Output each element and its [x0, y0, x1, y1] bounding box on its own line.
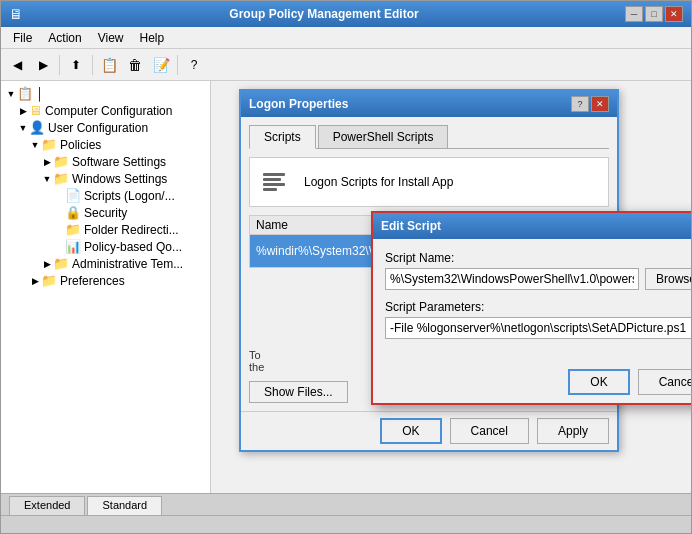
windows-settings-arrow: ▼ — [41, 174, 53, 184]
up-button[interactable]: ⬆ — [64, 53, 88, 77]
menu-help[interactable]: Help — [132, 30, 173, 46]
preferences-icon: 📁 — [41, 273, 57, 288]
sidebar-item-preferences[interactable]: ▶ 📁 Preferences — [1, 272, 210, 289]
edit-cancel-button[interactable]: Cancel — [638, 369, 691, 395]
toolbar-separator-3 — [177, 55, 178, 75]
maximize-button[interactable]: □ — [645, 6, 663, 22]
policy-qos-arrow: ▶ — [53, 242, 65, 252]
tab-powershell-scripts[interactable]: PowerShell Scripts — [318, 125, 449, 148]
edit-script-dialog: Edit Script ✕ Script Name: Browse... — [371, 211, 691, 405]
minimize-button[interactable]: ─ — [625, 6, 643, 22]
sidebar-item-scripts[interactable]: ▶ 📄 Scripts (Logon/... — [1, 187, 210, 204]
script-params-group: Script Parameters: — [385, 300, 691, 339]
logon-ok-button[interactable]: OK — [380, 418, 441, 444]
bottom-text-line1: To — [249, 349, 261, 361]
sidebar-item-label: Folder Redirecti... — [84, 223, 179, 237]
back-button[interactable]: ◀ — [5, 53, 29, 77]
security-arrow: ▶ — [53, 208, 65, 218]
sidebar-item-label: Software Settings — [72, 155, 166, 169]
logon-dialog-title: Logon Properties — [249, 97, 348, 111]
sidebar-item-policy-qos[interactable]: ▶ 📊 Policy-based Qo... — [1, 238, 210, 255]
help-button[interactable]: ? — [182, 53, 206, 77]
main-title: Group Policy Management Editor — [23, 7, 625, 21]
script-description: Logon Scripts for Install App — [304, 175, 453, 189]
icon-line-1 — [263, 173, 285, 176]
icon-line-2 — [263, 178, 281, 181]
browse-button[interactable]: Browse... — [645, 268, 691, 290]
sidebar-item-label: User Configuration — [48, 121, 148, 135]
menu-action[interactable]: Action — [40, 30, 89, 46]
scripts-arrow: ▶ — [53, 191, 65, 201]
main-window: 🖥 Group Policy Management Editor ─ □ ✕ F… — [0, 0, 692, 534]
sidebar-item-policies[interactable]: ▼ 📁 Policies — [1, 136, 210, 153]
logon-cancel-button[interactable]: Cancel — [450, 418, 529, 444]
toolbar-separator-1 — [59, 55, 60, 75]
edit-dialog-content: Script Name: Browse... Script Parameters… — [373, 239, 691, 361]
admin-templates-icon: 📁 — [53, 256, 69, 271]
root-label: │ — [36, 87, 44, 101]
bottom-tab-extended[interactable]: Extended — [9, 496, 85, 515]
script-params-label: Script Parameters: — [385, 300, 691, 314]
toolbar-separator-2 — [92, 55, 93, 75]
sidebar-item-windows-settings[interactable]: ▼ 📁 Windows Settings — [1, 170, 210, 187]
edit-ok-button[interactable]: OK — [568, 369, 629, 395]
properties-button[interactable]: 📝 — [149, 53, 173, 77]
copy-button[interactable]: 📋 — [97, 53, 121, 77]
show-files-button[interactable]: Show Files... — [249, 381, 348, 403]
sidebar-item-label: Administrative Tem... — [72, 257, 183, 271]
windows-settings-icon: 📁 — [53, 171, 69, 186]
sidebar-item-label: Security — [84, 206, 127, 220]
forward-button[interactable]: ▶ — [31, 53, 55, 77]
sidebar-tree: ▼ 📋 │ ▶ 🖥 Computer Configuration ▼ 👤 Use… — [1, 81, 211, 493]
tree-root[interactable]: ▼ 📋 │ — [1, 85, 210, 102]
tab-scripts[interactable]: Scripts — [249, 125, 316, 149]
scripts-icon: 📄 — [65, 188, 81, 203]
sidebar-item-user-config[interactable]: ▼ 👤 User Configuration — [1, 119, 210, 136]
policies-icon: 📁 — [41, 137, 57, 152]
logon-apply-button[interactable]: Apply — [537, 418, 609, 444]
icon-line-4 — [263, 188, 277, 191]
icon-line-3 — [263, 183, 285, 186]
close-button[interactable]: ✕ — [665, 6, 683, 22]
sidebar-item-label: Windows Settings — [72, 172, 167, 186]
policy-qos-icon: 📊 — [65, 239, 81, 254]
script-name-label: Script Name: — [385, 251, 691, 265]
folder-redirect-arrow: ▶ — [53, 225, 65, 235]
sidebar-item-label: Policy-based Qo... — [84, 240, 182, 254]
sidebar-item-security[interactable]: ▶ 🔒 Security — [1, 204, 210, 221]
script-name-group: Script Name: Browse... — [385, 251, 691, 290]
logon-help-button[interactable]: ? — [571, 96, 589, 112]
sidebar-item-label: Computer Configuration — [45, 104, 172, 118]
bottom-tabs: Extended Standard — [1, 493, 691, 515]
logon-tab-bar: Scripts PowerShell Scripts — [249, 125, 609, 149]
script-name-row: Browse... — [385, 268, 691, 290]
main-window-controls: ─ □ ✕ — [625, 6, 683, 22]
user-config-arrow: ▼ — [17, 123, 29, 133]
bottom-text-line2: the — [249, 361, 264, 373]
sidebar-item-label: Scripts (Logon/... — [84, 189, 175, 203]
bottom-tab-standard[interactable]: Standard — [87, 496, 162, 515]
user-config-icon: 👤 — [29, 120, 45, 135]
policies-arrow: ▼ — [29, 140, 41, 150]
delete-button[interactable]: 🗑 — [123, 53, 147, 77]
sidebar-item-software-settings[interactable]: ▶ 📁 Software Settings — [1, 153, 210, 170]
menu-view[interactable]: View — [90, 30, 132, 46]
sidebar-item-computer-config[interactable]: ▶ 🖥 Computer Configuration — [1, 102, 210, 119]
preferences-arrow: ▶ — [29, 276, 41, 286]
sidebar-item-folder-redirect[interactable]: ▶ 📁 Folder Redirecti... — [1, 221, 210, 238]
sidebar-item-admin-templates[interactable]: ▶ 📁 Administrative Tem... — [1, 255, 210, 272]
script-name-input[interactable] — [385, 268, 639, 290]
sidebar-item-label: Policies — [60, 138, 101, 152]
software-settings-arrow: ▶ — [41, 157, 53, 167]
menu-file[interactable]: File — [5, 30, 40, 46]
computer-config-arrow: ▶ — [17, 106, 29, 116]
logon-close-button[interactable]: ✕ — [591, 96, 609, 112]
menu-bar: File Action View Help — [1, 27, 691, 49]
main-panel: Logon Properties ? ✕ Scripts PowerShell … — [211, 81, 691, 493]
main-window-icon: 🖥 — [9, 6, 23, 22]
script-icon-area: Logon Scripts for Install App — [249, 157, 609, 207]
edit-dialog-footer: OK Cancel — [373, 361, 691, 403]
toolbar: ◀ ▶ ⬆ 📋 🗑 📝 ? — [1, 49, 691, 81]
script-params-input[interactable] — [385, 317, 691, 339]
script-icon-lines — [263, 173, 285, 191]
